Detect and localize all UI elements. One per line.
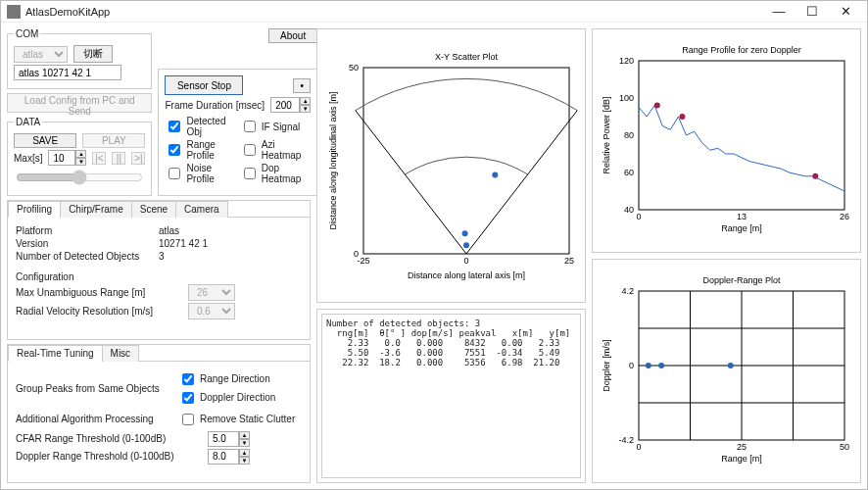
addl-algo-label: Additional Algorithm Processing bbox=[16, 414, 172, 424]
app-icon bbox=[7, 5, 21, 19]
svg-text:0: 0 bbox=[353, 249, 358, 259]
frame-down[interactable]: ▼ bbox=[300, 105, 311, 113]
tab-realtime-tuning[interactable]: Real-Time Tuning bbox=[8, 345, 103, 362]
window-title: AtlasDemoKitApp bbox=[25, 6, 763, 18]
tuning-body: Group Peaks from Same Objects Range Dire… bbox=[8, 362, 310, 483]
svg-text:4.2: 4.2 bbox=[621, 286, 634, 296]
group-peaks-label: Group Peaks from Same Objects bbox=[16, 383, 172, 394]
maximize-button[interactable]: ☐ bbox=[796, 1, 828, 23]
frame-up[interactable]: ▲ bbox=[300, 97, 311, 105]
svg-text:80: 80 bbox=[623, 130, 633, 140]
svg-text:-4.2: -4.2 bbox=[618, 435, 634, 445]
app-window: AtlasDemoKitApp — ☐ ✕ COM atlas 切断 bbox=[0, 0, 868, 490]
play-button[interactable]: PLAY bbox=[82, 133, 145, 148]
ndet-label: Number of Detected Objects bbox=[16, 251, 153, 262]
svg-point-12 bbox=[461, 230, 467, 236]
cfar-up[interactable]: ▲ bbox=[239, 431, 250, 439]
if-signal-checkbox[interactable] bbox=[244, 121, 256, 132]
rewind-button[interactable]: |< bbox=[92, 152, 106, 165]
doppler-thresh-label: Doppler Range Threshold (0-100dB) bbox=[16, 451, 202, 462]
cfar-down[interactable]: ▼ bbox=[239, 439, 250, 447]
svg-point-28 bbox=[812, 172, 818, 178]
svg-point-47 bbox=[727, 363, 733, 368]
svg-text:50: 50 bbox=[348, 63, 358, 73]
svg-point-27 bbox=[679, 114, 685, 120]
cfar-input[interactable] bbox=[208, 431, 239, 447]
pause-button[interactable]: || bbox=[112, 152, 125, 165]
svg-point-46 bbox=[658, 363, 664, 368]
svg-text:0: 0 bbox=[628, 361, 633, 370]
detected-obj-checkbox[interactable] bbox=[169, 121, 180, 132]
com-port-select[interactable]: atlas bbox=[14, 46, 68, 63]
svg-text:13: 13 bbox=[736, 212, 746, 221]
maxunamb-select[interactable]: 26 bbox=[188, 284, 235, 301]
titlebar: AtlasDemoKitApp — ☐ ✕ bbox=[1, 1, 867, 23]
version-label: Version bbox=[16, 238, 153, 249]
sensor-stop-button[interactable]: Sensor Stop bbox=[165, 75, 243, 95]
maxs-down[interactable]: ▼ bbox=[75, 158, 86, 166]
close-button[interactable]: ✕ bbox=[830, 1, 861, 23]
xy-scatter-plot: X-Y Scatter PlotDistance along lateral a… bbox=[316, 28, 586, 303]
tab-profiling[interactable]: Profiling bbox=[8, 201, 61, 218]
playback-slider[interactable] bbox=[16, 170, 143, 185]
com-device-field[interactable] bbox=[14, 65, 121, 80]
com-legend: COM bbox=[14, 28, 40, 39]
svg-point-26 bbox=[653, 102, 659, 108]
record-button[interactable]: • bbox=[293, 78, 311, 93]
about-button[interactable]: About bbox=[268, 28, 317, 43]
maxs-label: Max[s] bbox=[14, 153, 42, 164]
svg-point-13 bbox=[492, 172, 498, 177]
frame-duration-input[interactable] bbox=[270, 97, 300, 113]
remove-static-checkbox[interactable] bbox=[182, 414, 194, 425]
svg-text:Range [m]: Range [m] bbox=[721, 223, 762, 233]
cfar-label: CFAR Range Threshold (0-100dB) bbox=[16, 433, 202, 444]
maxs-input[interactable] bbox=[48, 150, 75, 166]
noise-profile-checkbox[interactable] bbox=[169, 168, 180, 179]
tab-scene[interactable]: Scene bbox=[131, 201, 176, 218]
svg-text:Distance along longitudinal ax: Distance along longitudinal axis [m] bbox=[328, 91, 338, 229]
tab-misc[interactable]: Misc bbox=[102, 345, 140, 362]
svg-text:0: 0 bbox=[463, 256, 468, 266]
tab-camera[interactable]: Camera bbox=[175, 201, 228, 218]
doppler-range-plot: Doppler-Range PlotRange [m]Doppler [m/s]… bbox=[592, 259, 861, 483]
svg-text:50: 50 bbox=[839, 442, 848, 452]
range-profile-checkbox[interactable] bbox=[169, 144, 180, 156]
svg-text:40: 40 bbox=[623, 205, 633, 215]
data-legend: DATA bbox=[14, 117, 42, 127]
save-button[interactable]: SAVE bbox=[14, 133, 76, 148]
svg-text:0: 0 bbox=[636, 212, 641, 221]
platform-value: atlas bbox=[159, 225, 179, 236]
svg-text:X-Y Scatter Plot: X-Y Scatter Plot bbox=[435, 52, 498, 62]
frame-duration-label: Frame Duration [msec] bbox=[165, 100, 265, 111]
svg-text:0: 0 bbox=[636, 442, 641, 452]
doppler-input[interactable] bbox=[208, 449, 239, 465]
console-panel: Number of detected objects: 3 rng[m] θ[°… bbox=[316, 309, 586, 483]
dop-heatmap-checkbox[interactable] bbox=[244, 168, 256, 179]
data-panel: DATA SAVE PLAY Max[s] ▲▼ |< bbox=[7, 117, 152, 196]
svg-text:Distance along lateral axis [m: Distance along lateral axis [m] bbox=[407, 270, 524, 280]
load-config-button[interactable]: Load Config from PC and Send bbox=[7, 93, 152, 113]
end-button[interactable]: >| bbox=[131, 152, 145, 165]
svg-point-11 bbox=[463, 242, 469, 248]
radvel-select[interactable]: 0.6 bbox=[188, 303, 235, 319]
svg-line-10 bbox=[466, 110, 577, 253]
svg-text:25: 25 bbox=[563, 256, 573, 266]
doppler-down[interactable]: ▼ bbox=[239, 457, 250, 465]
azi-heatmap-checkbox[interactable] bbox=[244, 144, 256, 156]
range-direction-checkbox[interactable] bbox=[182, 373, 194, 385]
platform-label: Platform bbox=[16, 225, 153, 236]
com-panel: COM atlas 切断 bbox=[7, 28, 152, 89]
svg-text:Relative Power [dB]: Relative Power [dB] bbox=[602, 96, 611, 173]
profiling-body: Platformatlas Version10271 42 1 Number o… bbox=[8, 218, 310, 339]
minimize-button[interactable]: — bbox=[763, 1, 795, 23]
svg-text:26: 26 bbox=[839, 212, 848, 221]
svg-text:100: 100 bbox=[618, 93, 633, 103]
tab-chirp-frame[interactable]: Chirp/Frame bbox=[60, 201, 132, 218]
range-profile-plot: Range Profile for zero DopplerRange [m]R… bbox=[592, 28, 861, 253]
maxs-up[interactable]: ▲ bbox=[75, 150, 86, 158]
console-output[interactable]: Number of detected objects: 3 rng[m] θ[°… bbox=[321, 314, 581, 478]
doppler-direction-checkbox[interactable] bbox=[182, 392, 194, 404]
doppler-up[interactable]: ▲ bbox=[239, 449, 250, 457]
scan-button[interactable]: 切断 bbox=[73, 45, 113, 63]
config-label: Configuration bbox=[16, 271, 73, 282]
